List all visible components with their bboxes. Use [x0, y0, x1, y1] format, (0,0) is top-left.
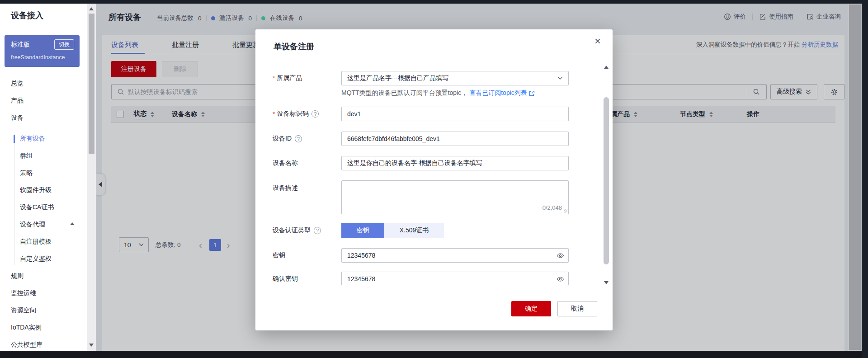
secret-label: 密钥 [273, 251, 285, 259]
external-link-icon [529, 90, 535, 96]
form-row-device-id: 设备ID ? [255, 132, 599, 146]
product-label: 所属产品 [277, 74, 302, 82]
auth-type-toggle: 密钥 X.509证书 [341, 223, 569, 238]
instance-name: freeStandardInstance [11, 54, 65, 61]
modal-form: * 所属产品 这里是产品名字---根据自己产品填写 MQTT类型的设备已默认订阅… [255, 63, 599, 285]
sidebar-item-iotda-instances[interactable]: IoTDA实例 [0, 319, 87, 336]
form-row-confirm-secret: 确认密钥 [255, 272, 599, 285]
scroll-up-icon[interactable] [89, 7, 94, 10]
description-label: 设备描述 [273, 184, 298, 192]
sidebar-item-custom-auth[interactable]: 自定义鉴权 [0, 250, 87, 268]
scroll-down-icon[interactable] [89, 344, 94, 347]
confirm-secret-input[interactable] [341, 272, 569, 285]
instance-card: 标准版 切换 freeStandardInstance [5, 35, 80, 67]
sidebar-scrollbar-thumb[interactable] [89, 14, 94, 154]
instance-edition: 标准版 [11, 41, 30, 49]
product-select[interactable]: 这里是产品名字---根据自己产品填写 [341, 71, 569, 85]
sidebar-item-policies[interactable]: 策略 [0, 165, 87, 182]
sidebar-item-product[interactable]: 产品 [0, 92, 87, 109]
modal-scrollbar[interactable] [603, 65, 610, 285]
node-id-label: 设备标识码 [277, 110, 308, 118]
confirm-secret-label: 确认密钥 [273, 275, 298, 283]
device-name-input[interactable] [341, 156, 569, 170]
required-asterisk: * [273, 110, 275, 118]
window-top-edge [0, 0, 868, 4]
secret-input[interactable] [341, 248, 569, 263]
sidebar-scrollbar[interactable] [87, 4, 96, 351]
help-icon[interactable]: ? [314, 227, 321, 234]
device-name-label: 设备名称 [273, 159, 298, 167]
divider [11, 30, 76, 30]
form-row-description: 设备描述 0/2,048 [255, 180, 599, 214]
device-id-label: 设备ID [273, 135, 292, 143]
sidebar-item-device-ca[interactable]: 设备CA证书 [0, 199, 87, 216]
form-row-node-id: * 设备标识码 ? [255, 107, 599, 121]
description-textarea[interactable]: 0/2,048 [341, 180, 569, 214]
mqtt-hint: MQTT类型的设备已默认订阅平台预置topic， 查看已订阅topic列表 [341, 89, 535, 97]
sidebar-item-device-proxy[interactable]: 设备代理 [0, 216, 87, 233]
page-scrollbar-thumb[interactable] [849, 5, 861, 350]
help-icon[interactable]: ? [311, 110, 319, 118]
auth-cert-option[interactable]: X.509证书 [384, 223, 444, 238]
form-row-device-name: 设备名称 [255, 156, 599, 170]
sidebar-item-monitor[interactable]: 监控运维 [0, 285, 87, 302]
form-row-product: * 所属产品 这里是产品名字---根据自己产品填写 [255, 71, 599, 85]
sidebar-title: 设备接入 [11, 10, 43, 21]
window-bottom-edge [0, 351, 868, 358]
sidebar-item-self-register-template[interactable]: 自注册模板 [0, 233, 87, 250]
scroll-up-icon[interactable] [604, 66, 609, 69]
topic-list-link[interactable]: 查看已订阅topic列表 [469, 89, 535, 97]
required-asterisk: * [273, 75, 275, 82]
window-right-edge [862, 0, 868, 358]
confirm-button[interactable]: 确定 [511, 301, 551, 316]
resize-handle-icon[interactable] [564, 209, 567, 213]
eye-icon[interactable] [557, 275, 564, 283]
node-id-input[interactable] [341, 107, 569, 121]
switch-instance-button[interactable]: 切换 [54, 39, 74, 50]
sidebar-item-all-devices[interactable]: 所有设备 [0, 130, 87, 147]
sidebar-item-groups[interactable]: 群组 [0, 147, 87, 165]
close-icon[interactable]: × [594, 36, 601, 47]
page-scrollbar[interactable] [848, 4, 862, 351]
sidebar-item-overview[interactable]: 总览 [0, 75, 87, 92]
cancel-button[interactable]: 取消 [557, 301, 597, 316]
auth-secret-option[interactable]: 密钥 [341, 223, 384, 238]
device-id-input[interactable] [341, 132, 569, 146]
help-icon[interactable]: ? [295, 135, 302, 142]
sidebar: 设备接入 标准版 切换 freeStandardInstance 总览 产品 设… [0, 4, 87, 351]
sidebar-item-rules[interactable]: 规则 [0, 268, 87, 285]
sidebar-item-device[interactable]: 设备 [0, 109, 87, 127]
modal-scrollbar-thumb[interactable] [604, 97, 609, 264]
iot-console-page: 设备接入 标准版 切换 freeStandardInstance 总览 产品 设… [0, 0, 868, 358]
sidebar-item-resource-space[interactable]: 资源空间 [0, 302, 87, 319]
char-counter: 0/2,048 [542, 204, 562, 211]
chevron-down-icon [557, 76, 563, 80]
auth-type-label: 设备认证类型 [273, 226, 311, 235]
scroll-down-icon[interactable] [604, 281, 609, 284]
form-row-secret: 密钥 [255, 248, 599, 263]
single-device-register-modal: 单设备注册 × * 所属产品 这里是产品名字---根据自己产品填写 MQTT类型… [255, 29, 613, 330]
modal-title: 单设备注册 [274, 41, 314, 52]
sidebar-item-ota-upgrade[interactable]: 软固件升级 [0, 182, 87, 199]
modal-footer: 确定 取消 [255, 301, 613, 316]
form-row-auth-type: 设备认证类型 ? 密钥 X.509证书 [255, 223, 599, 238]
eye-icon[interactable] [557, 252, 564, 259]
